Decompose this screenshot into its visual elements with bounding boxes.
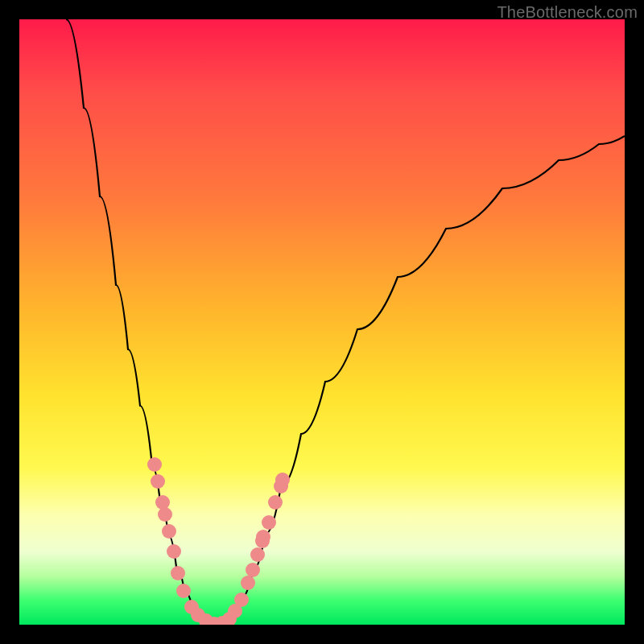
plot-svg (19, 19, 625, 625)
sample-point (162, 524, 176, 539)
sample-point (256, 530, 270, 544)
sample-point (262, 515, 276, 530)
markers-group (147, 457, 290, 625)
sample-point (246, 563, 260, 577)
curve-right-curve (217, 136, 625, 624)
sample-point (250, 547, 265, 562)
sample-point (147, 457, 162, 472)
curve-left-curve (66, 19, 217, 624)
sample-point (167, 544, 181, 559)
sample-point (151, 474, 165, 489)
sample-point (234, 592, 249, 607)
sample-point (158, 507, 172, 522)
sample-point (268, 495, 283, 510)
sample-point (275, 473, 290, 487)
sample-point (155, 495, 170, 510)
sample-point (171, 566, 185, 580)
chart-frame (19, 19, 625, 625)
sample-point (241, 576, 255, 590)
curves-group (66, 19, 625, 624)
watermark-text: TheBottleneck.com (497, 3, 638, 22)
sample-point (176, 584, 191, 598)
